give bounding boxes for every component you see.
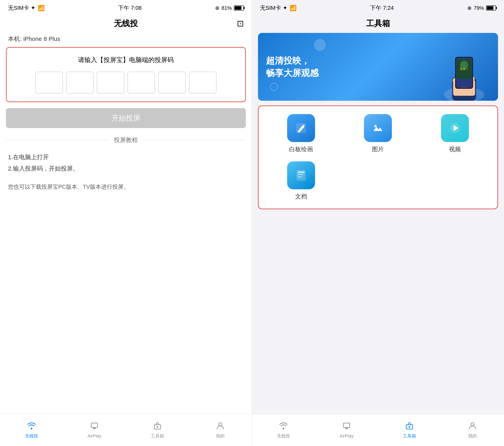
tools-grid: 白板绘画 图片 视频 xyxy=(265,114,491,201)
banner-line1: 超清投映， xyxy=(266,54,319,67)
banner-decoration-2 xyxy=(270,83,278,91)
svg-rect-28 xyxy=(409,426,410,428)
whiteboard-icon xyxy=(287,114,315,142)
battery-icon-right xyxy=(486,5,496,11)
start-button[interactable]: 开始投屏 xyxy=(6,108,246,128)
tool-whiteboard[interactable]: 白板绘画 xyxy=(265,114,338,153)
battery-pct-right: 79% xyxy=(474,5,484,11)
tab-bar-right: 无线投 AirPlay 工具箱 xyxy=(252,414,504,446)
page-header-right: 工具箱 xyxy=(252,16,504,33)
device-info: 本机: iPhone 8 Plus xyxy=(0,33,252,47)
banner-text: 超清投映， 畅享大屏观感 xyxy=(266,54,319,79)
video-label: 视频 xyxy=(449,145,461,153)
svg-rect-26 xyxy=(343,423,350,428)
time-right: 下午 7:24 xyxy=(370,4,394,12)
wifi-icon-status-right: 📶 xyxy=(290,5,297,11)
sim-text-right: 无SIM卡 ✦ xyxy=(260,4,287,12)
wifi-tab-icon-right xyxy=(279,421,288,431)
right-phone-panel: 无SIM卡 ✦ 📶 下午 7:24 ⊕ 79% 工具箱 超清投映， 畅享大屏观感 xyxy=(252,0,504,446)
doc-label: 文档 xyxy=(295,193,307,201)
instruction-1: 1.在电脑上打开 xyxy=(8,151,244,163)
status-left: 无SIM卡 ✦ 📶 xyxy=(8,4,45,12)
status-right-left: ⊕ 81% xyxy=(215,5,244,11)
banner-decoration-1 xyxy=(314,39,326,51)
tab-label-mine-left: 我的 xyxy=(216,433,225,439)
banner: 超清投映， 畅享大屏观感 五杀！ xyxy=(258,33,498,101)
wifi-icon-status: 📶 xyxy=(38,5,45,11)
scan-icon[interactable]: ⊡ xyxy=(232,18,244,28)
tab-mine-left[interactable]: 我的 xyxy=(189,414,252,446)
person-tab-icon-left xyxy=(216,421,225,431)
tab-toolbox-left[interactable]: 工具箱 xyxy=(126,414,189,446)
svg-point-19 xyxy=(374,125,377,127)
doc-icon xyxy=(287,161,315,189)
tab-toolbox-right[interactable]: 工具箱 xyxy=(378,414,441,446)
tool-video[interactable]: 视频 xyxy=(418,114,491,153)
code-box-3[interactable] xyxy=(97,71,124,93)
code-box-5[interactable] xyxy=(158,71,186,93)
code-boxes xyxy=(13,71,239,93)
battery-pct-left: 81% xyxy=(221,5,232,11)
location-icon-right: ⊕ xyxy=(467,5,472,11)
page-title-left: 无线投 xyxy=(20,18,232,29)
tab-mine-right[interactable]: 我的 xyxy=(441,414,504,446)
person-tab-icon-right xyxy=(468,421,477,431)
left-phone-panel: 无SIM卡 ✦ 📶 下午 7:08 ⊕ 81% 无线投 ⊡ 本机: iPhone… xyxy=(0,0,252,446)
tab-label-wuxiantou-left: 无线投 xyxy=(25,433,38,439)
toolbox-tab-icon-left xyxy=(153,421,162,431)
wifi-tab-icon-left xyxy=(27,421,36,431)
svg-rect-25 xyxy=(298,176,302,177)
svg-point-18 xyxy=(303,125,305,126)
tab-label-mine-right: 我的 xyxy=(468,433,477,439)
status-bar-left: 无SIM卡 ✦ 📶 下午 7:08 ⊕ 81% xyxy=(0,0,252,16)
tool-photo[interactable]: 图片 xyxy=(342,114,414,153)
tab-label-airplay-right: AirPlay xyxy=(340,433,354,439)
tab-label-airplay-left: AirPlay xyxy=(87,433,101,439)
video-icon xyxy=(441,114,469,142)
battery-icon-left xyxy=(234,5,244,11)
tab-label-toolbox-left: 工具箱 xyxy=(151,433,164,439)
banner-illustration: 五杀！ xyxy=(434,37,494,101)
time-left: 下午 7:08 xyxy=(118,4,142,12)
tab-airplay-right[interactable]: AirPlay xyxy=(315,414,378,446)
location-icon: ⊕ xyxy=(215,5,219,11)
code-box-6[interactable] xyxy=(189,71,216,93)
svg-rect-24 xyxy=(298,174,303,175)
page-header-left: 无线投 ⊡ xyxy=(0,16,252,33)
airplay-tab-icon-right xyxy=(342,422,351,432)
code-section: 请输入【投屏宝】电脑端的投屏码 xyxy=(6,47,246,102)
whiteboard-label: 白板绘画 xyxy=(289,145,313,153)
svg-point-15 xyxy=(460,61,468,69)
banner-line2: 畅享大屏观感 xyxy=(266,67,319,79)
svg-rect-2 xyxy=(157,426,158,428)
divider-row: 投屏教程 xyxy=(0,136,252,144)
banner-svg: 五杀！ xyxy=(436,41,492,101)
code-box-2[interactable] xyxy=(66,71,94,93)
tool-doc[interactable]: 文档 xyxy=(265,161,338,201)
photo-icon xyxy=(364,114,392,142)
page-title-right: 工具箱 xyxy=(366,18,390,29)
sim-text: 无SIM卡 ✦ xyxy=(8,4,35,12)
tab-wuxiantou-left[interactable]: 无线投 xyxy=(0,414,63,446)
code-box-4[interactable] xyxy=(127,71,155,93)
status-right-right: ⊕ 79% xyxy=(467,5,496,11)
tab-label-wuxiantou-right: 无线投 xyxy=(277,433,290,439)
code-box-1[interactable] xyxy=(35,71,63,93)
instruction-note: 您也可以下载投屏宝PC版本、TV版本进行投屏。 xyxy=(0,174,252,192)
tutorial-label: 投屏教程 xyxy=(109,136,143,144)
airplay-tab-icon-left xyxy=(90,422,99,432)
svg-rect-16 xyxy=(461,86,467,87)
instruction-2: 2.输入投屏码，开始投屏。 xyxy=(8,163,244,174)
svg-rect-23 xyxy=(298,172,305,173)
tab-wuxiantou-right[interactable]: 无线投 xyxy=(252,414,315,446)
status-bar-right: 无SIM卡 ✦ 📶 下午 7:24 ⊕ 79% xyxy=(252,0,504,16)
tab-bar-left: 无线投 AirPlay 工具箱 xyxy=(0,414,252,446)
svg-rect-0 xyxy=(91,423,98,428)
divider-right xyxy=(143,140,246,140)
tools-section: 白板绘画 图片 视频 xyxy=(258,106,498,209)
toolbox-tab-icon-right xyxy=(405,421,414,431)
tab-airplay-left[interactable]: AirPlay xyxy=(63,414,126,446)
svg-point-29 xyxy=(471,423,474,426)
status-left-right: 无SIM卡 ✦ 📶 xyxy=(260,4,297,12)
instructions: 1.在电脑上打开 2.输入投屏码，开始投屏。 xyxy=(0,151,252,174)
